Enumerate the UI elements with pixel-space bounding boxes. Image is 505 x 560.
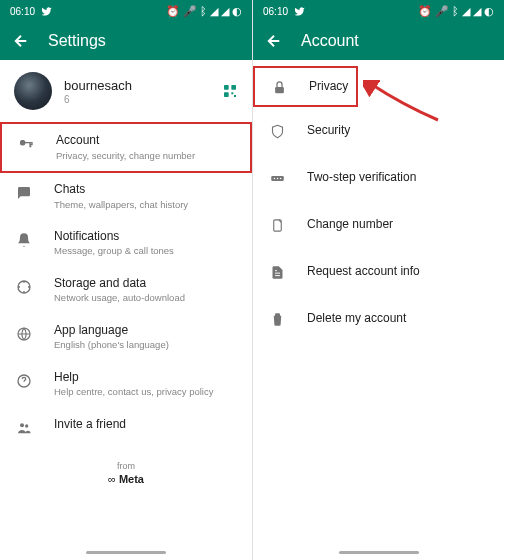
item-title: Request account info (307, 264, 420, 280)
mic-icon: 🎤 (435, 5, 449, 18)
lock-icon (269, 77, 289, 97)
svg-point-15 (279, 177, 281, 179)
sidebar-item-chats[interactable]: Chats Theme, wallpapers, chat history (0, 173, 252, 220)
item-title: Notifications (54, 229, 238, 245)
mic-icon: 🎤 (183, 5, 197, 18)
status-bar: 06:10 ⏰ 🎤 ᛒ ◢ ◢ ◐ (253, 0, 504, 22)
back-icon[interactable] (265, 32, 283, 50)
people-icon (14, 418, 34, 438)
status-bar: 06:10 ⏰ 🎤 ᛒ ◢ ◢ ◐ (0, 0, 252, 22)
data-icon (14, 277, 34, 297)
chat-icon (14, 183, 34, 203)
item-title: Invite a friend (54, 417, 238, 433)
wifi-icon: ◢ (221, 5, 229, 18)
signal-icon: ◢ (210, 5, 218, 18)
svg-point-14 (276, 177, 278, 179)
account-item-request-info[interactable]: Request account info (253, 248, 504, 295)
key-icon (16, 134, 36, 154)
twitter-icon (41, 6, 52, 17)
bluetooth-icon: ᛒ (200, 5, 207, 17)
status-time: 06:10 (263, 6, 288, 17)
app-bar: Account (253, 22, 504, 60)
account-screen: 06:10 ⏰ 🎤 ᛒ ◢ ◢ ◐ Account Privacy (252, 0, 504, 560)
alarm-icon: ⏰ (166, 5, 180, 18)
sidebar-item-storage[interactable]: Storage and data Network usage, auto-dow… (0, 267, 252, 314)
item-title: Security (307, 123, 350, 139)
item-subtitle: Help centre, contact us, privacy policy (54, 386, 238, 398)
account-item-security[interactable]: Security (253, 107, 504, 154)
nav-indicator[interactable] (339, 551, 419, 554)
page-title: Settings (48, 32, 106, 50)
sim-icon (267, 215, 287, 235)
item-subtitle: Theme, wallpapers, chat history (54, 199, 238, 211)
item-title: Help (54, 370, 238, 386)
item-title: Two-step verification (307, 170, 416, 186)
svg-point-13 (273, 177, 275, 179)
profile-status: 6 (64, 94, 210, 105)
signal-icon: ◢ (462, 5, 470, 18)
svg-point-10 (25, 424, 28, 427)
account-list: Privacy Security Two-step verification C… (253, 60, 504, 342)
settings-screen: 06:10 ⏰ 🎤 ᛒ ◢ ◢ ◐ Settings bournesach 6 (0, 0, 252, 560)
battery-icon: ◐ (484, 5, 494, 18)
sidebar-item-language[interactable]: App language English (phone's language) (0, 314, 252, 361)
footer: from ∞ Meta (0, 461, 252, 485)
app-bar: Settings (0, 22, 252, 60)
battery-icon: ◐ (232, 5, 242, 18)
item-title: Change number (307, 217, 393, 233)
sidebar-item-account[interactable]: Account Privacy, security, change number (0, 122, 252, 173)
item-title: Privacy (309, 79, 348, 95)
trash-icon (267, 309, 287, 329)
item-title: Account (56, 133, 236, 149)
footer-from: from (0, 461, 252, 471)
bell-icon (14, 230, 34, 250)
item-subtitle: English (phone's language) (54, 339, 238, 351)
bluetooth-icon: ᛒ (452, 5, 459, 17)
item-title: Delete my account (307, 311, 406, 327)
password-icon (267, 168, 287, 188)
shield-icon (267, 121, 287, 141)
sidebar-item-notifications[interactable]: Notifications Message, group & call tone… (0, 220, 252, 267)
sidebar-item-help[interactable]: Help Help centre, contact us, privacy po… (0, 361, 252, 408)
account-item-twostep[interactable]: Two-step verification (253, 154, 504, 201)
nav-indicator[interactable] (86, 551, 166, 554)
svg-rect-0 (224, 85, 229, 90)
document-icon (267, 262, 287, 282)
item-title: Storage and data (54, 276, 238, 292)
account-item-change-number[interactable]: Change number (253, 201, 504, 248)
back-icon[interactable] (12, 32, 30, 50)
twitter-icon (294, 6, 305, 17)
avatar (14, 72, 52, 110)
sidebar-item-invite[interactable]: Invite a friend (0, 408, 252, 447)
help-icon (14, 371, 34, 391)
svg-rect-2 (224, 92, 229, 97)
svg-point-9 (20, 423, 24, 427)
status-time: 06:10 (10, 6, 35, 17)
item-subtitle: Privacy, security, change number (56, 150, 236, 162)
alarm-icon: ⏰ (418, 5, 432, 18)
item-title: App language (54, 323, 238, 339)
status-indicators: ⏰ 🎤 ᛒ ◢ ◢ ◐ (166, 5, 242, 18)
profile-name: bournesach (64, 78, 210, 93)
svg-rect-4 (234, 95, 236, 97)
page-title: Account (301, 32, 359, 50)
settings-list: Account Privacy, security, change number… (0, 122, 252, 447)
footer-meta: ∞ Meta (0, 473, 252, 485)
svg-rect-11 (275, 86, 284, 92)
svg-rect-1 (231, 85, 236, 90)
item-subtitle: Network usage, auto-download (54, 292, 238, 304)
account-item-privacy[interactable]: Privacy (253, 66, 358, 107)
item-title: Chats (54, 182, 238, 198)
qr-icon[interactable] (222, 83, 238, 99)
wifi-icon: ◢ (473, 5, 481, 18)
svg-rect-3 (231, 92, 233, 94)
status-indicators: ⏰ 🎤 ᛒ ◢ ◢ ◐ (418, 5, 494, 18)
profile-row[interactable]: bournesach 6 (0, 60, 252, 122)
globe-icon (14, 324, 34, 344)
account-item-delete[interactable]: Delete my account (253, 295, 504, 342)
item-subtitle: Message, group & call tones (54, 245, 238, 257)
